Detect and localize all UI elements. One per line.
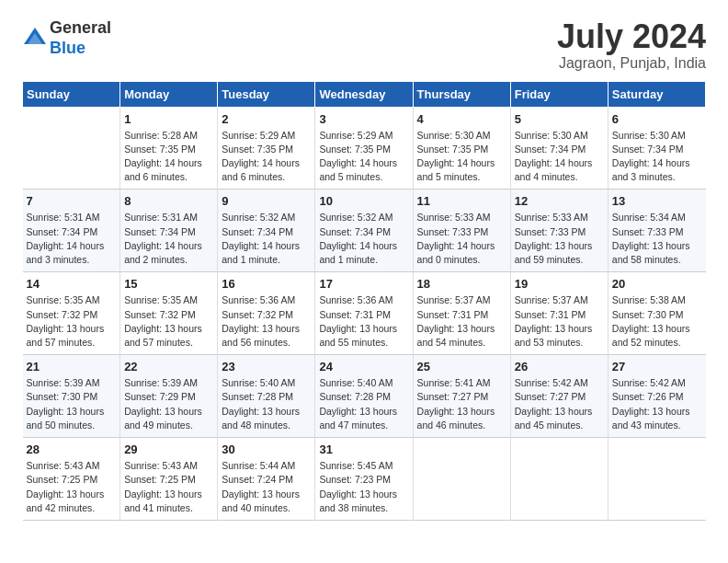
calendar-cell xyxy=(23,107,120,190)
calendar-cell: 10Sunrise: 5:32 AM Sunset: 7:34 PM Dayli… xyxy=(315,190,413,272)
weekday-row: SundayMondayTuesdayWednesdayThursdayFrid… xyxy=(23,81,706,107)
day-number: 10 xyxy=(319,194,408,208)
day-info: Sunrise: 5:32 AM Sunset: 7:34 PM Dayligh… xyxy=(222,211,311,267)
day-number: 29 xyxy=(124,442,213,456)
calendar-week-5: 28Sunrise: 5:43 AM Sunset: 7:25 PM Dayli… xyxy=(23,438,706,521)
calendar-cell: 4Sunrise: 5:30 AM Sunset: 7:35 PM Daylig… xyxy=(413,107,510,190)
calendar-cell: 25Sunrise: 5:41 AM Sunset: 7:27 PM Dayli… xyxy=(413,355,510,438)
day-number: 13 xyxy=(612,194,702,208)
calendar-week-1: 1Sunrise: 5:28 AM Sunset: 7:35 PM Daylig… xyxy=(23,107,706,190)
calendar-cell xyxy=(608,438,705,521)
title-block: July 2024 Jagraon, Punjab, India xyxy=(557,18,706,72)
day-info: Sunrise: 5:36 AM Sunset: 7:32 PM Dayligh… xyxy=(222,293,311,350)
day-info: Sunrise: 5:42 AM Sunset: 7:26 PM Dayligh… xyxy=(612,376,702,432)
month-title: July 2024 xyxy=(557,18,706,55)
day-number: 3 xyxy=(319,112,408,126)
calendar-week-4: 21Sunrise: 5:39 AM Sunset: 7:30 PM Dayli… xyxy=(23,355,706,438)
calendar-cell: 27Sunrise: 5:42 AM Sunset: 7:26 PM Dayli… xyxy=(608,355,705,438)
day-number: 4 xyxy=(417,112,506,126)
day-info: Sunrise: 5:36 AM Sunset: 7:31 PM Dayligh… xyxy=(319,293,408,350)
calendar-cell: 23Sunrise: 5:40 AM Sunset: 7:28 PM Dayli… xyxy=(218,355,315,438)
calendar-table: SundayMondayTuesdayWednesdayThursdayFrid… xyxy=(22,81,706,521)
calendar-cell: 5Sunrise: 5:30 AM Sunset: 7:34 PM Daylig… xyxy=(510,107,608,190)
day-info: Sunrise: 5:35 AM Sunset: 7:32 PM Dayligh… xyxy=(124,293,213,350)
day-info: Sunrise: 5:44 AM Sunset: 7:24 PM Dayligh… xyxy=(222,459,311,515)
calendar-cell: 9Sunrise: 5:32 AM Sunset: 7:34 PM Daylig… xyxy=(218,190,315,272)
day-info: Sunrise: 5:37 AM Sunset: 7:31 PM Dayligh… xyxy=(515,293,604,350)
day-info: Sunrise: 5:28 AM Sunset: 7:35 PM Dayligh… xyxy=(124,129,213,185)
day-info: Sunrise: 5:42 AM Sunset: 7:27 PM Dayligh… xyxy=(515,376,604,432)
day-info: Sunrise: 5:39 AM Sunset: 7:29 PM Dayligh… xyxy=(124,376,213,432)
day-info: Sunrise: 5:30 AM Sunset: 7:34 PM Dayligh… xyxy=(612,129,702,185)
day-info: Sunrise: 5:38 AM Sunset: 7:30 PM Dayligh… xyxy=(612,293,702,350)
day-number: 31 xyxy=(319,442,408,456)
day-info: Sunrise: 5:29 AM Sunset: 7:35 PM Dayligh… xyxy=(319,129,408,185)
day-number: 5 xyxy=(515,112,604,126)
calendar-week-2: 7Sunrise: 5:31 AM Sunset: 7:34 PM Daylig… xyxy=(23,190,706,272)
day-number: 22 xyxy=(124,360,213,373)
calendar-cell: 15Sunrise: 5:35 AM Sunset: 7:32 PM Dayli… xyxy=(120,272,218,355)
calendar-cell: 16Sunrise: 5:36 AM Sunset: 7:32 PM Dayli… xyxy=(218,272,315,355)
day-info: Sunrise: 5:35 AM Sunset: 7:32 PM Dayligh… xyxy=(27,293,117,350)
day-number: 12 xyxy=(515,194,604,208)
calendar-cell: 13Sunrise: 5:34 AM Sunset: 7:33 PM Dayli… xyxy=(608,190,705,272)
day-number: 21 xyxy=(27,360,117,373)
day-number: 20 xyxy=(612,277,702,291)
day-info: Sunrise: 5:40 AM Sunset: 7:28 PM Dayligh… xyxy=(222,376,311,432)
day-info: Sunrise: 5:32 AM Sunset: 7:34 PM Dayligh… xyxy=(319,211,408,267)
day-info: Sunrise: 5:45 AM Sunset: 7:23 PM Dayligh… xyxy=(319,459,408,515)
day-number: 1 xyxy=(124,112,213,126)
calendar-cell: 2Sunrise: 5:29 AM Sunset: 7:35 PM Daylig… xyxy=(218,107,315,190)
calendar-cell: 17Sunrise: 5:36 AM Sunset: 7:31 PM Dayli… xyxy=(315,272,413,355)
calendar-cell: 21Sunrise: 5:39 AM Sunset: 7:30 PM Dayli… xyxy=(23,355,120,438)
day-info: Sunrise: 5:30 AM Sunset: 7:34 PM Dayligh… xyxy=(515,129,604,185)
calendar-cell: 12Sunrise: 5:33 AM Sunset: 7:33 PM Dayli… xyxy=(510,190,608,272)
day-number: 6 xyxy=(612,112,702,126)
day-number: 30 xyxy=(222,442,311,456)
page-header: General Blue July 2024 Jagraon, Punjab, … xyxy=(22,18,706,72)
day-info: Sunrise: 5:31 AM Sunset: 7:34 PM Dayligh… xyxy=(27,211,117,267)
logo: General Blue xyxy=(22,18,111,58)
day-number: 27 xyxy=(612,360,702,373)
calendar-cell: 14Sunrise: 5:35 AM Sunset: 7:32 PM Dayli… xyxy=(23,272,120,355)
calendar-cell: 8Sunrise: 5:31 AM Sunset: 7:34 PM Daylig… xyxy=(120,190,218,272)
day-number: 17 xyxy=(319,277,408,291)
day-number: 23 xyxy=(222,360,311,373)
day-number: 18 xyxy=(417,277,506,291)
location: Jagraon, Punjab, India xyxy=(557,55,706,72)
calendar-cell: 18Sunrise: 5:37 AM Sunset: 7:31 PM Dayli… xyxy=(413,272,510,355)
calendar-cell: 11Sunrise: 5:33 AM Sunset: 7:33 PM Dayli… xyxy=(413,190,510,272)
day-number: 8 xyxy=(124,194,213,208)
calendar-cell: 30Sunrise: 5:44 AM Sunset: 7:24 PM Dayli… xyxy=(218,438,315,521)
calendar-cell: 3Sunrise: 5:29 AM Sunset: 7:35 PM Daylig… xyxy=(315,107,413,190)
day-info: Sunrise: 5:31 AM Sunset: 7:34 PM Dayligh… xyxy=(124,211,213,267)
calendar-cell: 29Sunrise: 5:43 AM Sunset: 7:25 PM Dayli… xyxy=(120,438,218,521)
calendar-week-3: 14Sunrise: 5:35 AM Sunset: 7:32 PM Dayli… xyxy=(23,272,706,355)
weekday-header-tuesday: Tuesday xyxy=(218,81,315,107)
day-number: 25 xyxy=(417,360,506,373)
calendar-cell: 24Sunrise: 5:40 AM Sunset: 7:28 PM Dayli… xyxy=(315,355,413,438)
calendar-cell: 28Sunrise: 5:43 AM Sunset: 7:25 PM Dayli… xyxy=(23,438,120,521)
day-info: Sunrise: 5:39 AM Sunset: 7:30 PM Dayligh… xyxy=(27,376,117,432)
weekday-header-wednesday: Wednesday xyxy=(315,81,413,107)
day-info: Sunrise: 5:33 AM Sunset: 7:33 PM Dayligh… xyxy=(515,211,604,267)
day-info: Sunrise: 5:37 AM Sunset: 7:31 PM Dayligh… xyxy=(417,293,506,350)
day-number: 24 xyxy=(319,360,408,373)
day-number: 19 xyxy=(515,277,604,291)
calendar-cell: 20Sunrise: 5:38 AM Sunset: 7:30 PM Dayli… xyxy=(608,272,705,355)
calendar-cell: 6Sunrise: 5:30 AM Sunset: 7:34 PM Daylig… xyxy=(608,107,705,190)
calendar-cell: 1Sunrise: 5:28 AM Sunset: 7:35 PM Daylig… xyxy=(120,107,218,190)
day-info: Sunrise: 5:33 AM Sunset: 7:33 PM Dayligh… xyxy=(417,211,506,267)
day-number: 2 xyxy=(222,112,311,126)
day-number: 14 xyxy=(27,277,117,291)
day-number: 26 xyxy=(515,360,604,373)
weekday-header-thursday: Thursday xyxy=(413,81,510,107)
day-info: Sunrise: 5:34 AM Sunset: 7:33 PM Dayligh… xyxy=(612,211,702,267)
calendar-cell xyxy=(413,438,510,521)
day-number: 9 xyxy=(222,194,311,208)
weekday-header-monday: Monday xyxy=(120,81,218,107)
day-number: 7 xyxy=(27,194,117,208)
day-number: 11 xyxy=(417,194,506,208)
day-info: Sunrise: 5:30 AM Sunset: 7:35 PM Dayligh… xyxy=(417,129,506,185)
calendar-cell: 31Sunrise: 5:45 AM Sunset: 7:23 PM Dayli… xyxy=(315,438,413,521)
